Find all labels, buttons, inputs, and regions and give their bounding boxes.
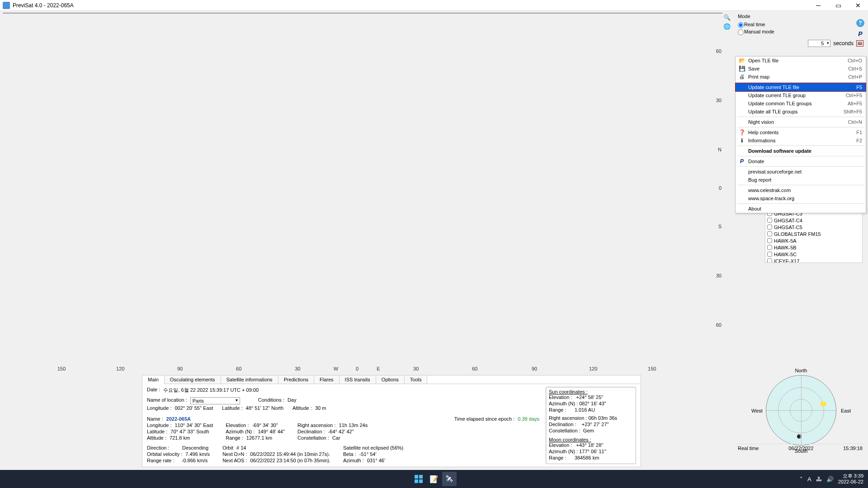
menu-sourceforge[interactable]: previsat.sourceforge.net	[736, 168, 866, 176]
satlist-item[interactable]: GHGSAT-C5	[765, 224, 862, 230]
menu-about[interactable]: About	[736, 205, 866, 213]
satlist-item[interactable]: HAWK-5A	[765, 237, 862, 244]
taskbar-app-1[interactable]: 📝	[427, 472, 441, 486]
conditions-value: Day	[288, 397, 297, 404]
date-label: Date :	[147, 387, 160, 394]
menu-space-track[interactable]: www.space-track.org	[736, 194, 866, 202]
system-tray[interactable]: ˄ A 🖧 🔊 오후 3:39 2022-06-22	[800, 473, 868, 485]
menu-button[interactable]	[856, 40, 863, 47]
map-side-tools: 🔍 🌐	[723, 12, 731, 372]
satlist-item[interactable]: HAWK-5C	[765, 251, 862, 258]
sky-circle[interactable]	[766, 375, 836, 446]
satlist-checkbox[interactable]	[767, 258, 772, 263]
date-value: 수요일, 6월 22 2022 15:39:17 UTC + 09:00	[163, 387, 259, 394]
tray-network-icon[interactable]: 🖧	[816, 476, 822, 483]
mode-realtime[interactable]: Real time	[738, 21, 863, 28]
conditions-label: Conditions :	[258, 397, 284, 404]
satlist-checkbox[interactable]	[767, 238, 772, 243]
minimize-button[interactable]: ─	[808, 0, 828, 11]
left-pane: Paris 2022-065A 2022-065B 2022-065	[0, 11, 733, 470]
paypal-icon-small: P	[738, 158, 745, 165]
map-area: Paris 2022-065A 2022-065B 2022-065	[2, 12, 731, 372]
mode-manual[interactable]: Manual mode	[738, 28, 863, 35]
world-map[interactable]: Paris 2022-065A 2022-065B 2022-065	[3, 13, 722, 14]
menu-save[interactable]: 💾SaveCtrl+S	[736, 65, 866, 73]
right-pane: Mode Real time Manual mode ? P 5 seconds…	[733, 11, 868, 470]
svg-rect-22	[419, 475, 423, 479]
menu-update-tle-group[interactable]: Update current TLE groupCtrl+F5	[736, 91, 866, 99]
status-mode: Real time	[738, 446, 759, 451]
taskbar-clock[interactable]: 오후 3:39 2022-06-22	[838, 473, 863, 485]
tray-volume-icon[interactable]: 🔊	[826, 476, 834, 483]
satellite-list[interactable]: GHGSAT-C3GHGSAT-C4GHGSAT-C5GLOBALSTAR FM…	[765, 210, 863, 263]
tab-iss-transits[interactable]: ISS transits	[340, 375, 376, 384]
satlist-checkbox[interactable]	[767, 218, 772, 223]
help-icon[interactable]: ?	[856, 19, 864, 27]
maximize-button[interactable]: ▭	[828, 0, 848, 11]
sky-moon-icon	[797, 434, 802, 439]
tab-osculating-elements[interactable]: Osculating elements	[165, 375, 221, 384]
satlist-checkbox[interactable]	[767, 225, 772, 230]
menu-open-tle[interactable]: 📂Open TLE fileCtrl+O	[736, 56, 866, 65]
satlist-item[interactable]: ICEYE-X17	[765, 258, 862, 263]
satlist-checkbox[interactable]	[767, 245, 772, 250]
mode-header: Mode	[738, 14, 863, 19]
svg-rect-1	[3, 13, 722, 14]
tab-options[interactable]: Options	[376, 375, 405, 384]
menu-night-vision[interactable]: Night visionCtrl+N	[736, 118, 866, 126]
menu-download-update[interactable]: Download software update	[736, 147, 866, 155]
zoom-icon[interactable]: 🔍	[723, 14, 731, 21]
satlist-checkbox[interactable]	[767, 252, 772, 257]
satlist-item[interactable]: HAWK-5B	[765, 244, 862, 251]
lon-tick: 60	[236, 366, 241, 371]
taskbar[interactable]: 📝 🛰 ˄ A 🖧 🔊 오후 3:39 2022-06-22	[0, 470, 868, 488]
start-icon[interactable]	[411, 472, 426, 486]
app-body: Paris 2022-065A 2022-065B 2022-065	[0, 11, 868, 470]
tab-tools[interactable]: Tools	[405, 375, 428, 384]
svg-rect-24	[419, 479, 423, 483]
lat-tick: S	[718, 224, 722, 229]
map-svg: Paris 2022-065A 2022-065B 2022-065	[3, 13, 722, 14]
status-time: 15:39:18	[843, 446, 863, 451]
menu-update-all-groups[interactable]: Update all TLE groupsShift+F5	[736, 108, 866, 116]
lon-tick: 60	[472, 366, 477, 371]
folder-icon: 📂	[738, 57, 745, 64]
tab-satellite-informations[interactable]: Satellite informations	[221, 375, 278, 384]
tab-flares[interactable]: Flares	[314, 375, 340, 384]
globe-icon[interactable]: 🌐	[723, 23, 731, 30]
tray-language-icon[interactable]: A	[807, 476, 811, 483]
lon-tick: 120	[589, 366, 597, 371]
lat-tick: 30	[716, 98, 722, 103]
loc-name-label: Name of location :	[147, 397, 187, 404]
menu-celestrak[interactable]: www.celestrak.com	[736, 186, 866, 194]
satlist-checkbox[interactable]	[767, 231, 772, 236]
paypal-icon[interactable]: P	[856, 30, 864, 38]
tab-main[interactable]: Main	[142, 375, 165, 384]
location-select[interactable]: Paris	[190, 397, 240, 404]
satlist-item[interactable]: GHGSAT-C4	[765, 217, 862, 224]
satlist-item[interactable]: GLOBALSTAR FM15	[765, 230, 862, 237]
mode-group: Mode Real time Manual mode	[736, 13, 865, 36]
save-icon: 💾	[738, 65, 745, 72]
interval-unit: seconds	[833, 40, 854, 47]
lon-tick: 150	[648, 366, 656, 371]
lon-tick: 90	[532, 366, 537, 371]
taskbar-previsat[interactable]: 🛰	[442, 472, 457, 486]
menu-update-tle-file[interactable]: Update current TLE fileF5	[735, 83, 866, 92]
close-button[interactable]: ✕	[848, 0, 868, 11]
menu-update-common-groups[interactable]: Update common TLE groupsAlt+F5	[736, 99, 866, 108]
interval-spinner[interactable]: 5	[808, 40, 830, 47]
info-panel: MainOsculating elementsSatellite informa…	[142, 375, 641, 467]
menu-help[interactable]: ❓Help contentsF1	[736, 128, 866, 136]
lon-tick: 0	[356, 366, 359, 371]
menu-bug-report[interactable]: Bug report	[736, 176, 866, 184]
lon-tick: 90	[177, 366, 183, 371]
lat-tick: 60	[716, 48, 722, 54]
tray-chevron-icon[interactable]: ˄	[800, 476, 803, 483]
lon-tick: E	[377, 366, 380, 371]
menu-informations[interactable]: ℹInformationsF2	[736, 136, 866, 145]
menu-print[interactable]: 🖨Print mapCtrl+P	[736, 73, 866, 81]
tab-predictions[interactable]: Predictions	[278, 375, 314, 384]
lon-tick: W	[334, 366, 338, 371]
menu-donate[interactable]: PDonate	[736, 157, 866, 165]
